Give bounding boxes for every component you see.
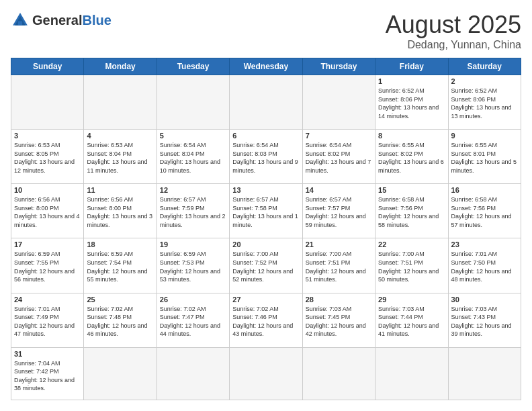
cell-day-6: 6 Sunrise: 6:54 AMSunset: 8:03 PMDayligh… xyxy=(230,130,302,184)
cell-day-9: 9 Sunrise: 6:55 AMSunset: 8:01 PMDayligh… xyxy=(448,130,521,184)
day-info-24: Sunrise: 7:01 AMSunset: 7:49 PMDaylight:… xyxy=(14,306,75,338)
day-number-2: 2 xyxy=(451,77,518,85)
calendar-row-6: 31 Sunrise: 7:04 AMSunset: 7:42 PMDaylig… xyxy=(11,347,521,400)
header-tuesday: Tuesday xyxy=(157,58,229,75)
cell-day-16: 16 Sunrise: 6:58 AMSunset: 7:56 PMDaylig… xyxy=(448,184,521,238)
cell-empty-1 xyxy=(11,75,84,130)
cell-day-30: 30 Sunrise: 7:03 AMSunset: 7:43 PMDaylig… xyxy=(448,293,521,347)
cell-day-29: 29 Sunrise: 7:03 AMSunset: 7:44 PMDaylig… xyxy=(375,293,448,347)
day-info-5: Sunrise: 6:54 AMSunset: 8:04 PMDaylight:… xyxy=(160,142,220,174)
day-info-9: Sunrise: 6:55 AMSunset: 8:01 PMDaylight:… xyxy=(451,142,517,174)
header-thursday: Thursday xyxy=(302,58,375,75)
header-monday: Monday xyxy=(84,58,157,75)
day-info-18: Sunrise: 6:59 AMSunset: 7:54 PMDaylight:… xyxy=(87,250,147,283)
cell-day-2: 2 Sunrise: 6:52 AMSunset: 8:06 PMDayligh… xyxy=(448,75,521,130)
day-info-10: Sunrise: 6:56 AMSunset: 8:00 PMDaylight:… xyxy=(14,196,80,228)
day-number-15: 15 xyxy=(378,186,445,194)
day-number-20: 20 xyxy=(232,240,299,248)
cell-day-8: 8 Sunrise: 6:55 AMSunset: 8:02 PMDayligh… xyxy=(375,130,448,184)
day-info-16: Sunrise: 6:58 AMSunset: 7:56 PMDaylight:… xyxy=(451,196,512,228)
day-info-15: Sunrise: 6:58 AMSunset: 7:56 PMDaylight:… xyxy=(378,196,439,228)
cell-day-13: 13 Sunrise: 6:57 AMSunset: 7:58 PMDaylig… xyxy=(230,184,302,238)
day-number-10: 10 xyxy=(14,186,81,194)
cell-empty-4 xyxy=(230,75,302,130)
day-info-19: Sunrise: 6:59 AMSunset: 7:53 PMDaylight:… xyxy=(160,250,220,283)
cell-day-21: 21 Sunrise: 7:00 AMSunset: 7:51 PMDaylig… xyxy=(302,238,375,293)
cell-empty-3 xyxy=(157,75,229,130)
day-number-5: 5 xyxy=(160,132,226,140)
day-info-28: Sunrise: 7:03 AMSunset: 7:45 PMDaylight:… xyxy=(306,306,366,338)
day-info-21: Sunrise: 7:00 AMSunset: 7:51 PMDaylight:… xyxy=(306,250,366,283)
day-number-29: 29 xyxy=(378,295,445,304)
day-info-14: Sunrise: 6:57 AMSunset: 7:57 PMDaylight:… xyxy=(306,196,366,228)
day-number-1: 1 xyxy=(378,77,445,85)
day-number-13: 13 xyxy=(232,186,299,194)
cell-day-19: 19 Sunrise: 6:59 AMSunset: 7:53 PMDaylig… xyxy=(157,238,229,293)
cell-day-14: 14 Sunrise: 6:57 AMSunset: 7:57 PMDaylig… xyxy=(302,184,375,238)
header-wednesday: Wednesday xyxy=(230,58,302,75)
calendar-row-2: 3 Sunrise: 6:53 AMSunset: 8:05 PMDayligh… xyxy=(11,130,521,184)
day-number-9: 9 xyxy=(451,132,518,140)
calendar-table: Sunday Monday Tuesday Wednesday Thursday… xyxy=(11,58,521,400)
location: Dedang, Yunnan, China xyxy=(386,39,521,51)
day-info-3: Sunrise: 6:53 AMSunset: 8:05 PMDaylight:… xyxy=(14,142,75,174)
cell-day-3: 3 Sunrise: 6:53 AMSunset: 8:05 PMDayligh… xyxy=(11,130,84,184)
day-number-30: 30 xyxy=(451,295,518,304)
cell-day-24: 24 Sunrise: 7:01 AMSunset: 7:49 PMDaylig… xyxy=(11,293,84,347)
header-friday: Friday xyxy=(375,58,448,75)
day-info-8: Sunrise: 6:55 AMSunset: 8:02 PMDaylight:… xyxy=(378,142,444,174)
day-info-12: Sunrise: 6:57 AMSunset: 7:59 PMDaylight:… xyxy=(160,196,226,228)
cell-empty-r6-6 xyxy=(375,347,448,400)
day-info-23: Sunrise: 7:01 AMSunset: 7:50 PMDaylight:… xyxy=(451,250,512,283)
day-number-19: 19 xyxy=(160,240,226,248)
cell-day-15: 15 Sunrise: 6:58 AMSunset: 7:56 PMDaylig… xyxy=(375,184,448,238)
day-info-22: Sunrise: 7:00 AMSunset: 7:51 PMDaylight:… xyxy=(378,250,439,283)
day-info-17: Sunrise: 6:59 AMSunset: 7:55 PMDaylight:… xyxy=(14,250,75,283)
header-saturday: Saturday xyxy=(448,58,521,75)
day-number-4: 4 xyxy=(87,132,153,140)
day-number-8: 8 xyxy=(378,132,445,140)
day-info-30: Sunrise: 7:03 AMSunset: 7:43 PMDaylight:… xyxy=(451,306,512,338)
day-info-25: Sunrise: 7:02 AMSunset: 7:48 PMDaylight:… xyxy=(87,306,147,338)
day-number-16: 16 xyxy=(451,186,518,194)
calendar-row-5: 24 Sunrise: 7:01 AMSunset: 7:49 PMDaylig… xyxy=(11,293,521,347)
header: GeneralBlue August 2025 Dedang, Yunnan, … xyxy=(11,11,521,51)
day-info-26: Sunrise: 7:02 AMSunset: 7:47 PMDaylight:… xyxy=(160,306,220,338)
cell-day-23: 23 Sunrise: 7:01 AMSunset: 7:50 PMDaylig… xyxy=(448,238,521,293)
cell-day-22: 22 Sunrise: 7:00 AMSunset: 7:51 PMDaylig… xyxy=(375,238,448,293)
day-info-2: Sunrise: 6:52 AMSunset: 8:06 PMDaylight:… xyxy=(451,87,512,120)
day-number-23: 23 xyxy=(451,240,518,248)
logo: GeneralBlue xyxy=(11,11,112,30)
day-info-29: Sunrise: 7:03 AMSunset: 7:44 PMDaylight:… xyxy=(378,306,439,338)
day-info-31: Sunrise: 7:04 AMSunset: 7:42 PMDaylight:… xyxy=(14,360,75,392)
day-number-21: 21 xyxy=(306,240,372,248)
day-number-11: 11 xyxy=(87,186,153,194)
day-number-3: 3 xyxy=(14,132,81,140)
title-area: August 2025 Dedang, Yunnan, China xyxy=(386,11,521,51)
day-number-24: 24 xyxy=(14,295,81,304)
calendar-row-1: 1 Sunrise: 6:52 AMSunset: 8:06 PMDayligh… xyxy=(11,75,521,130)
day-info-13: Sunrise: 6:57 AMSunset: 7:58 PMDaylight:… xyxy=(232,196,298,228)
day-number-17: 17 xyxy=(14,240,81,248)
cell-day-1: 1 Sunrise: 6:52 AMSunset: 8:06 PMDayligh… xyxy=(375,75,448,130)
cell-day-11: 11 Sunrise: 6:56 AMSunset: 8:00 PMDaylig… xyxy=(84,184,157,238)
cell-empty-2 xyxy=(84,75,157,130)
page: GeneralBlue August 2025 Dedang, Yunnan, … xyxy=(0,0,532,411)
day-number-28: 28 xyxy=(306,295,372,304)
cell-day-5: 5 Sunrise: 6:54 AMSunset: 8:04 PMDayligh… xyxy=(157,130,229,184)
cell-day-17: 17 Sunrise: 6:59 AMSunset: 7:55 PMDaylig… xyxy=(11,238,84,293)
day-number-27: 27 xyxy=(232,295,299,304)
cell-empty-r6-7 xyxy=(448,347,521,400)
day-info-6: Sunrise: 6:54 AMSunset: 8:03 PMDaylight:… xyxy=(232,142,298,174)
cell-day-7: 7 Sunrise: 6:54 AMSunset: 8:02 PMDayligh… xyxy=(302,130,375,184)
month-title: August 2025 xyxy=(386,11,521,39)
cell-empty-r6-2 xyxy=(84,347,157,400)
cell-day-31: 31 Sunrise: 7:04 AMSunset: 7:42 PMDaylig… xyxy=(11,347,84,400)
logo-icon xyxy=(11,11,30,30)
day-number-14: 14 xyxy=(306,186,372,194)
calendar-row-4: 17 Sunrise: 6:59 AMSunset: 7:55 PMDaylig… xyxy=(11,238,521,293)
day-info-20: Sunrise: 7:00 AMSunset: 7:52 PMDaylight:… xyxy=(232,250,293,283)
day-number-25: 25 xyxy=(87,295,153,304)
cell-day-25: 25 Sunrise: 7:02 AMSunset: 7:48 PMDaylig… xyxy=(84,293,157,347)
day-info-7: Sunrise: 6:54 AMSunset: 8:02 PMDaylight:… xyxy=(306,142,371,174)
